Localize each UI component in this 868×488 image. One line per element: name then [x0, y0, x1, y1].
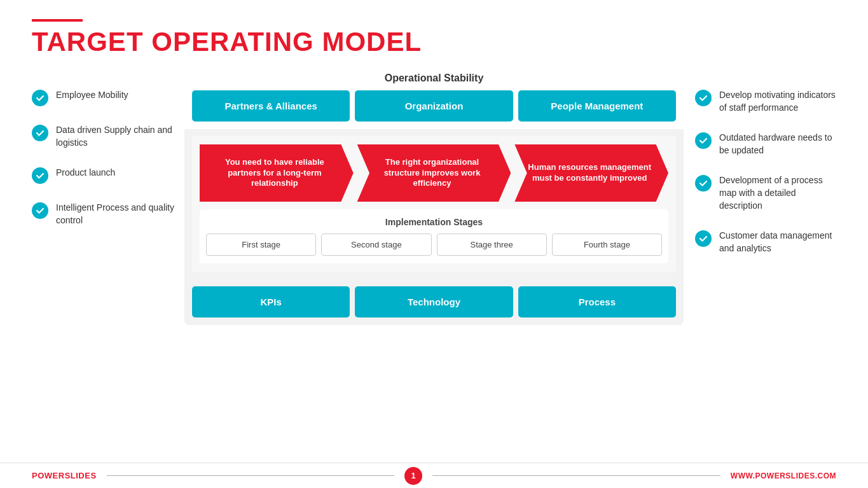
check-icon — [695, 230, 712, 247]
main-area: Employee Mobility Data driven Supply cha… — [32, 64, 836, 325]
people-management-button[interactable]: People Management — [518, 90, 676, 122]
footer: POWERSLIDES 1 WWW.POWERSLIDES.COM — [0, 463, 868, 488]
right-check-item: Development of a process map with a deta… — [695, 174, 836, 212]
right-item-text: Develop motivating indicators of staff p… — [719, 89, 836, 114]
organization-button[interactable]: Organization — [355, 90, 513, 122]
technology-button[interactable]: Technology — [355, 286, 513, 317]
left-column: Employee Mobility Data driven Supply cha… — [32, 64, 184, 244]
check-icon — [32, 167, 48, 184]
right-item-text: Customer data management and analytics — [719, 230, 836, 254]
check-icon — [32, 90, 48, 106]
top-buttons-row: Partners & Alliances Organization People… — [184, 90, 684, 129]
check-icon — [32, 202, 48, 219]
footer-website: WWW.POWERSLIDES.COM — [731, 471, 836, 480]
footer-line-left — [107, 475, 395, 476]
right-column: Develop motivating indicators of staff p… — [684, 64, 836, 272]
implementation-label: Implementation Stages — [206, 217, 662, 227]
first-stage-button[interactable]: First stage — [206, 234, 316, 256]
arrow-3: Human resources management must be const… — [514, 144, 668, 202]
operational-stability-label: Operational Stability — [184, 64, 684, 90]
page: TARGET OPERATING MODEL Employee Mobility… — [0, 0, 868, 488]
center-column: Operational Stability Partners & Allianc… — [184, 64, 684, 325]
footer-brand-red: SLIDES — [65, 471, 97, 480]
inner-box: You need to have reliable partners for a… — [192, 136, 676, 272]
check-icon — [32, 125, 48, 141]
left-item-text: Product launch — [56, 167, 115, 179]
arrows-row: You need to have reliable partners for a… — [200, 144, 668, 202]
arrow-1: You need to have reliable partners for a… — [200, 144, 354, 202]
stage-three-button[interactable]: Stage three — [437, 234, 547, 256]
left-check-item: Data driven Supply chain and logistics — [32, 124, 178, 149]
left-check-item: Intelligent Process and quality control — [32, 202, 178, 227]
page-title: TARGET OPERATING MODEL — [32, 27, 836, 57]
title-red: MODEL — [322, 27, 422, 57]
footer-line-right — [432, 475, 720, 476]
right-item-text: Development of a process map with a deta… — [719, 174, 836, 212]
right-check-item: Develop motivating indicators of staff p… — [695, 89, 836, 114]
check-icon — [695, 132, 712, 149]
left-item-text: Employee Mobility — [56, 89, 128, 102]
partners-alliances-button[interactable]: Partners & Alliances — [192, 90, 350, 122]
title-black: TARGET OPERATING — [32, 27, 322, 57]
check-icon — [695, 90, 712, 106]
left-item-text: Intelligent Process and quality control — [56, 202, 178, 227]
left-check-item: Product launch — [32, 167, 178, 184]
footer-brand: POWERSLIDES — [32, 471, 97, 480]
right-check-item: Outdated hardware needs to be updated — [695, 132, 836, 157]
left-check-item: Employee Mobility — [32, 89, 178, 106]
footer-brand-black: POWER — [32, 471, 65, 480]
page-number-badge: 1 — [404, 467, 422, 485]
check-icon — [695, 175, 712, 192]
fourth-stage-button[interactable]: Fourth stage — [552, 234, 662, 256]
right-check-item: Customer data management and analytics — [695, 230, 836, 254]
right-item-text: Outdated hardware needs to be updated — [719, 132, 836, 157]
second-stage-button[interactable]: Second stage — [321, 234, 431, 256]
bottom-buttons-row: KPIs Technology Process — [184, 279, 684, 325]
implementation-box: Implementation Stages First stage Second… — [200, 209, 668, 263]
process-button[interactable]: Process — [518, 286, 676, 317]
stage-buttons-row: First stage Second stage Stage three Fou… — [206, 234, 662, 256]
arrow-2: The right organizational structure impro… — [357, 144, 511, 202]
kpis-button[interactable]: KPIs — [192, 286, 350, 317]
left-item-text: Data driven Supply chain and logistics — [56, 124, 178, 149]
red-line — [32, 19, 83, 22]
